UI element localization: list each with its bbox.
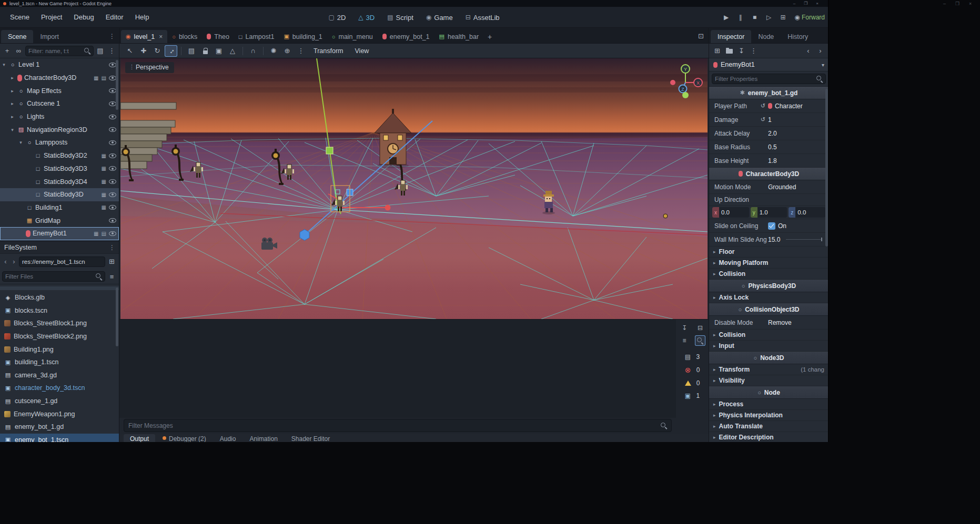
tree-item-level-1[interactable]: ▾○Level 1 (0, 58, 119, 71)
group-floor[interactable]: ▸Floor (709, 246, 829, 258)
tab-output[interactable]: Output (124, 434, 155, 442)
close-icon[interactable]: × (816, 1, 819, 6)
scene-tab-lampost1[interactable]: □Lampost1 (234, 30, 279, 43)
tab-scene-dock[interactable]: Scene (1, 30, 33, 43)
groups-icon[interactable]: ▦ (102, 179, 106, 184)
pause-button[interactable]: ∥ (734, 11, 747, 24)
visibility-eye-icon[interactable] (109, 179, 116, 184)
nav-forward-icon[interactable]: › (11, 258, 17, 265)
tab-shader-editor[interactable]: Shader Editor (285, 434, 336, 442)
scene-filter-input[interactable] (28, 48, 82, 54)
collapse-arrow-icon[interactable]: ▾ (1, 62, 7, 67)
tree-item-staticbody3d2[interactable]: □StaticBody3D2▦ (0, 149, 119, 162)
warning-count-badge[interactable]: 0 (685, 379, 700, 387)
new-scene-tab-button[interactable]: + (483, 30, 496, 43)
file-item[interactable]: ▣building_1.tscn (0, 356, 119, 369)
split-view-icon[interactable]: ⊞ (107, 256, 117, 267)
visibility-eye-icon[interactable] (109, 166, 116, 171)
menu-scene[interactable]: Scene (4, 10, 35, 24)
groups-icon[interactable]: ▦ (102, 153, 106, 159)
group-moving-platform[interactable]: ▸Moving Platform (709, 258, 829, 269)
group-physics-interpolation[interactable]: ▸Physics Interpolation (709, 410, 829, 421)
info-count-badge[interactable]: ▣1 (685, 392, 700, 399)
copy-log-icon[interactable]: ⊟ (695, 323, 705, 333)
environment-icon[interactable]: ⊕ (281, 45, 294, 57)
visibility-eye-icon[interactable] (109, 231, 116, 236)
output-log-area[interactable] (119, 320, 676, 418)
group-collision[interactable]: ▸Collision (709, 269, 829, 280)
scene-tab-enemy-bot-1[interactable]: enemy_bot_1 (378, 30, 435, 43)
tree-item-navigationregion3d[interactable]: ▾▨NavigationRegion3D (0, 123, 119, 136)
tree-item-building1[interactable]: □Building1▦ (0, 201, 119, 214)
tree-item-cutscene-1[interactable]: ▸○Cutscene 1 (0, 97, 119, 110)
scene-tab-blocks[interactable]: ○blocks (167, 30, 202, 43)
close-tab-icon[interactable]: × (159, 33, 163, 40)
move-tool-icon[interactable]: ✚ (137, 45, 150, 57)
select-tool-icon[interactable]: ↖ (124, 45, 136, 57)
node3d-section-header[interactable]: ○Node3D (709, 352, 829, 364)
visibility-eye-icon[interactable] (109, 88, 116, 93)
collapse-arrow-icon[interactable]: ▾ (18, 140, 24, 145)
filter-files-input[interactable] (5, 273, 94, 280)
physicsbody3d-section-header[interactable]: ○PhysicsBody3D (709, 280, 829, 292)
group-selected-icon[interactable]: ▣ (213, 45, 225, 57)
visibility-eye-icon[interactable] (109, 101, 116, 106)
scene-tab-building-1[interactable]: ▣building_1 (279, 30, 327, 43)
filesystem-menu-icon[interactable]: ⋮ (109, 244, 115, 251)
axis-neg-y-handle[interactable] (682, 92, 689, 98)
3d-viewport[interactable]: Y X Z ⋮ Perspective (120, 58, 708, 319)
sun-icon[interactable]: ✺ (267, 45, 280, 57)
visibility-eye-icon[interactable] (109, 76, 116, 80)
file-item[interactable]: ▣blocks.tscn (0, 304, 119, 317)
file-item[interactable]: Building1.png (0, 343, 119, 356)
scene-tab-main-menu[interactable]: ○main_menu (327, 30, 378, 43)
tab-3d[interactable]: △3D (353, 11, 379, 24)
scene-tree-menu-icon[interactable]: ⋮ (107, 46, 117, 56)
play-custom-scene-button[interactable]: ⊞ (776, 11, 790, 24)
revert-icon[interactable]: ↺ (761, 116, 768, 123)
play-button[interactable]: ▶ (720, 11, 733, 24)
filter-messages-input[interactable] (128, 422, 658, 429)
group-collision-2[interactable]: ▸Collision (709, 330, 829, 341)
file-item[interactable]: ▤camera_3d.gd (0, 369, 119, 382)
current-path-input[interactable] (22, 259, 102, 265)
tab-script[interactable]: ▤Script (382, 11, 418, 24)
group-input[interactable]: ▸Input (709, 341, 829, 352)
distraction-free-icon[interactable]: ⊡ (698, 32, 704, 40)
collapse-arrow-icon[interactable]: ▸ (9, 75, 15, 80)
menu-debug[interactable]: Debug (68, 10, 99, 24)
new-resource-icon[interactable]: ⊞ (712, 46, 722, 56)
rotate-tool-icon[interactable]: ↻ (151, 45, 164, 57)
tab-audio[interactable]: Audio (214, 434, 243, 442)
history-forward-icon[interactable]: › (815, 46, 825, 56)
visibility-eye-icon[interactable] (109, 127, 116, 132)
tab-assetlib[interactable]: ⊟AssetLib (461, 11, 504, 24)
file-item[interactable]: ▤enemy_bot_1.gd (0, 420, 119, 434)
script-icon[interactable]: ▤ (102, 231, 106, 237)
menu-project[interactable]: Project (35, 10, 68, 24)
groups-icon[interactable]: ▦ (94, 75, 98, 81)
visibility-eye-icon[interactable] (109, 218, 116, 223)
visibility-eye-icon[interactable] (109, 115, 116, 119)
file-item[interactable]: ▤cutscene_1.gd (0, 395, 119, 408)
minimize-icon[interactable]: – (793, 1, 795, 6)
visibility-eye-icon[interactable] (109, 140, 116, 145)
scene-tab-theo[interactable]: Theo (202, 30, 234, 43)
tab-import-dock[interactable]: Import (33, 30, 65, 43)
menu-help[interactable]: Help (129, 10, 155, 24)
groups-icon[interactable]: ▦ (102, 204, 106, 210)
transform-menu[interactable]: Transform (308, 46, 349, 56)
scene-tab-level-1[interactable]: ◉level_1× (121, 30, 167, 43)
stop-button[interactable]: ■ (748, 11, 761, 24)
search-log-icon[interactable] (695, 335, 705, 346)
resource-menu-icon[interactable]: ⋮ (749, 46, 759, 56)
filter-properties-input[interactable] (715, 76, 814, 82)
file-item[interactable]: ◈Blocks.glb (0, 291, 119, 304)
axis-neg-x-handle[interactable] (670, 80, 675, 85)
groups-icon[interactable]: ▦ (102, 192, 106, 198)
gizmo-hexagon-blue[interactable] (300, 230, 309, 241)
script-icon[interactable]: ▤ (102, 75, 106, 81)
revert-icon[interactable]: ↺ (761, 102, 768, 109)
ruler-icon[interactable]: △ (226, 45, 239, 57)
save-resource-icon[interactable]: ↧ (736, 46, 746, 56)
